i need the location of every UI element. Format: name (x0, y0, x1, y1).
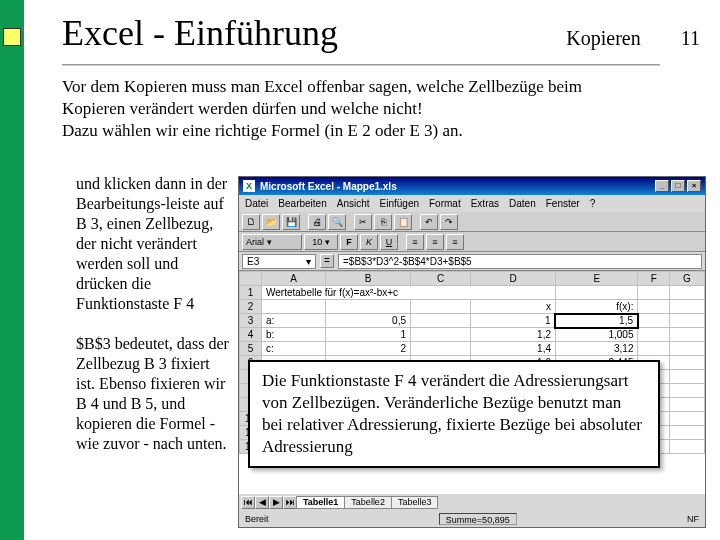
slide-subtitle: Kopieren (566, 27, 640, 50)
tab-nav-last-icon[interactable]: ⏭ (283, 496, 297, 509)
status-nf: NF (687, 514, 699, 524)
menu-bar[interactable]: Datei Bearbeiten Ansicht Einfügen Format… (239, 195, 705, 212)
italic-icon[interactable]: K (360, 234, 378, 250)
formula-bar: E3▾ = =$B$3*D3^2-$B$4*D3+$B$5 (239, 252, 705, 271)
intro-text: Vor dem Kopieren muss man Excel offenbar… (62, 76, 650, 142)
slide-page-number: 11 (681, 27, 700, 50)
preview-icon[interactable]: 🔍 (328, 214, 346, 230)
status-ready: Bereit (245, 514, 269, 524)
title-rule (62, 64, 660, 66)
format-toolbar[interactable]: Arial ▾ 10 ▾ F K U ≡ ≡ ≡ (239, 232, 705, 252)
align-left-icon[interactable]: ≡ (406, 234, 424, 250)
status-bar: Bereit Summe=50,895 NF (239, 511, 705, 527)
undo-icon[interactable]: ↶ (420, 214, 438, 230)
cut-icon[interactable]: ✂ (354, 214, 372, 230)
slide-title: Excel - Einführung (62, 12, 338, 54)
callout-box: Die Funktionstaste F 4 verändert die Adr… (248, 360, 660, 468)
print-icon[interactable]: 🖨 (308, 214, 326, 230)
paste-icon[interactable]: 📋 (394, 214, 412, 230)
tab-nav-prev-icon[interactable]: ◀ (255, 496, 269, 509)
left-paragraph-2: $B$3 bedeutet, dass der Zellbezug B 3 fi… (76, 334, 230, 454)
sheet-tabs[interactable]: ⏮ ◀ ▶ ⏭ Tabelle1 Tabelle2 Tabelle3 (239, 494, 705, 511)
maximize-icon[interactable]: □ (671, 180, 685, 192)
title-bullet (3, 28, 21, 46)
size-selector[interactable]: 10 ▾ (304, 234, 338, 250)
bold-icon[interactable]: F (340, 234, 358, 250)
copy-icon[interactable]: ⎘ (374, 214, 392, 230)
sheet-tab[interactable]: Tabelle1 (296, 496, 345, 509)
tab-nav-first-icon[interactable]: ⏮ (241, 496, 255, 509)
left-paragraph-1: und klicken dann in der Bearbeitungs-lei… (76, 174, 230, 314)
align-center-icon[interactable]: ≡ (426, 234, 444, 250)
equals-icon[interactable]: = (320, 254, 334, 268)
name-box[interactable]: E3▾ (242, 254, 316, 269)
tab-nav-next-icon[interactable]: ▶ (269, 496, 283, 509)
slide-accent-stripe (0, 0, 24, 540)
redo-icon[interactable]: ↷ (440, 214, 458, 230)
font-selector[interactable]: Arial ▾ (242, 234, 302, 250)
new-icon[interactable]: 🗋 (242, 214, 260, 230)
excel-app-icon: X (243, 180, 255, 192)
minimize-icon[interactable]: _ (655, 180, 669, 192)
window-titlebar: X Microsoft Excel - Mappe1.xls _ □ × (239, 177, 705, 195)
sheet-tab[interactable]: Tabelle2 (344, 496, 392, 509)
excel-screenshot: X Microsoft Excel - Mappe1.xls _ □ × Dat… (238, 176, 706, 528)
close-icon[interactable]: × (687, 180, 701, 192)
formula-input[interactable]: =$B$3*D3^2-$B$4*D3+$B$5 (338, 254, 702, 269)
underline-icon[interactable]: U (380, 234, 398, 250)
open-icon[interactable]: 📂 (262, 214, 280, 230)
window-title: Microsoft Excel - Mappe1.xls (260, 181, 397, 192)
status-sum: Summe=50,895 (439, 513, 517, 525)
save-icon[interactable]: 💾 (282, 214, 300, 230)
sheet-tab[interactable]: Tabelle3 (391, 496, 439, 509)
align-right-icon[interactable]: ≡ (446, 234, 464, 250)
standard-toolbar[interactable]: 🗋 📂 💾 🖨 🔍 ✂ ⎘ 📋 ↶ ↷ (239, 212, 705, 232)
